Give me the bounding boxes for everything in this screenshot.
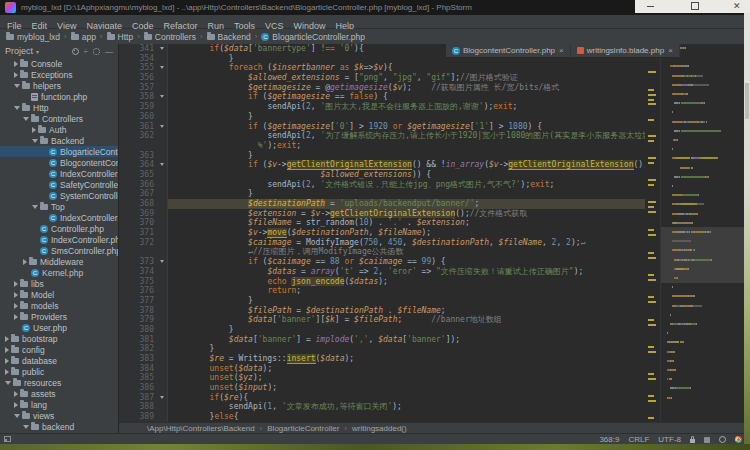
warning-mark[interactable] <box>648 274 654 276</box>
fold-arrow-icon[interactable] <box>160 260 164 263</box>
tree-item[interactable]: models <box>0 300 118 311</box>
tree-arrow-icon[interactable] <box>5 369 9 375</box>
tree-item[interactable]: SafetyController.php <box>0 179 118 190</box>
tree-arrow-icon[interactable] <box>32 139 38 143</box>
context-breadcrumb-item[interactable]: writingsadded() <box>352 424 407 433</box>
warning-mark[interactable] <box>648 157 656 159</box>
tree-item[interactable]: libs <box>0 278 118 289</box>
tree-item[interactable]: BlogarticleController.php <box>0 146 118 157</box>
line-number[interactable]: 371 <box>119 228 168 238</box>
tree-item[interactable]: SystemController.php <box>0 190 118 201</box>
tree-arrow-icon[interactable] <box>23 117 29 121</box>
tree-item[interactable]: Kernel.php <box>0 267 118 278</box>
line-number[interactable]: 385 <box>119 373 168 383</box>
line-number[interactable]: 368 <box>119 199 168 209</box>
tree-item[interactable]: IndexController.php <box>0 168 118 179</box>
breadcrumb-item[interactable]: Backend <box>207 32 251 42</box>
tree-arrow-icon[interactable] <box>32 127 36 133</box>
fold-arrow-icon[interactable] <box>160 47 164 50</box>
warning-mark[interactable] <box>648 229 654 231</box>
fold-arrow-icon[interactable] <box>160 125 164 128</box>
breadcrumb-item[interactable]: app <box>71 32 96 42</box>
line-number[interactable]: 376 <box>119 286 168 296</box>
tree-arrow-icon[interactable] <box>5 358 9 364</box>
warning-mark[interactable] <box>648 135 656 137</box>
tree-arrow-icon[interactable] <box>5 347 9 353</box>
locate-file-icon[interactable] <box>72 48 79 55</box>
tree-item[interactable]: Top <box>0 201 118 212</box>
tree-item[interactable]: lang <box>0 399 118 410</box>
tree-item[interactable]: BlogcontentController.php <box>0 157 118 168</box>
tree-arrow-icon[interactable] <box>14 391 18 397</box>
fold-arrow-icon[interactable] <box>160 163 164 166</box>
tree-arrow-icon[interactable] <box>14 84 20 88</box>
tree-item[interactable]: Controller.php <box>0 223 118 234</box>
line-number[interactable]: 357 <box>119 83 168 93</box>
tree-item[interactable]: User.php <box>0 322 118 333</box>
line-ending-indicator[interactable]: CRLF <box>628 435 649 444</box>
tab-close-icon[interactable]: × <box>559 46 564 55</box>
tree-item[interactable]: Console <box>0 58 118 69</box>
tree-arrow-icon[interactable] <box>23 425 29 429</box>
tree-item[interactable]: SmsController.php <box>0 245 118 256</box>
tree-item[interactable]: Controllers <box>0 113 118 124</box>
warning-mark[interactable] <box>648 400 656 402</box>
minimap-viewport[interactable] <box>661 227 744 283</box>
line-number[interactable]: 386 <box>119 383 168 393</box>
toolwindow-switcher-icon[interactable] <box>4 436 11 442</box>
editor-tab[interactable]: BlogcontentController.php× <box>446 44 571 57</box>
line-number[interactable]: 356 <box>119 73 168 83</box>
line-number[interactable]: 379 <box>119 315 168 325</box>
encoding-indicator[interactable]: UTF-8 <box>658 435 681 444</box>
line-number[interactable]: 364 <box>119 160 168 170</box>
line-number[interactable]: 374 <box>119 267 168 277</box>
fold-arrow-icon[interactable] <box>160 396 164 399</box>
warning-mark[interactable] <box>648 252 654 254</box>
minimap[interactable] <box>660 44 744 422</box>
error-stripe[interactable] <box>645 44 660 422</box>
line-number[interactable]: 366 <box>119 180 168 190</box>
line-number[interactable]: 389 <box>119 412 168 422</box>
breadcrumb-item[interactable]: BlogarticleController.php <box>261 32 365 42</box>
line-number[interactable]: 384 <box>119 364 168 374</box>
tree-item[interactable]: backend <box>0 421 118 432</box>
warning-mark[interactable] <box>648 417 654 419</box>
warning-mark[interactable] <box>648 71 656 73</box>
tree-item[interactable]: database <box>0 355 118 366</box>
tree-arrow-icon[interactable] <box>14 72 18 78</box>
project-panel-header[interactable]: Project ▾ ÷ — <box>0 44 118 58</box>
tree-arrow-icon[interactable] <box>14 61 18 67</box>
browser-icon[interactable] <box>735 436 742 443</box>
title-bar[interactable]: myblog_lxd [D:\1Aphpxiangmu\myblog_lxd] … <box>0 0 750 15</box>
tree-arrow-icon[interactable] <box>5 336 9 342</box>
warning-mark[interactable] <box>648 279 656 281</box>
breadcrumb-item[interactable]: Controllers <box>144 32 196 42</box>
tree-arrow-icon[interactable] <box>14 402 18 408</box>
line-number[interactable]: 377 <box>119 296 168 306</box>
line-number[interactable]: 382 <box>119 344 168 354</box>
warning-mark[interactable] <box>648 346 654 348</box>
warning-mark[interactable] <box>648 201 656 203</box>
line-number[interactable]: 373 <box>119 257 168 267</box>
maximize-icon[interactable] <box>691 2 699 10</box>
line-number[interactable]: 380 <box>119 325 168 335</box>
warning-mark[interactable] <box>648 257 656 259</box>
warning-mark[interactable] <box>648 179 656 181</box>
tree-arrow-icon[interactable] <box>14 314 18 320</box>
tab-close-icon[interactable]: × <box>668 46 673 55</box>
warning-mark[interactable] <box>648 211 656 213</box>
tree-item[interactable]: function.php <box>0 91 118 102</box>
warning-mark[interactable] <box>648 296 654 298</box>
tree-item[interactable]: config <box>0 344 118 355</box>
tree-item[interactable]: Providers <box>0 311 118 322</box>
tree-arrow-icon[interactable] <box>32 205 38 209</box>
tree-item[interactable]: Model <box>0 289 118 300</box>
line-number[interactable]: 363 <box>119 151 168 161</box>
line-number[interactable]: 388 <box>119 402 168 412</box>
lock-icon[interactable] <box>690 439 695 443</box>
warning-mark[interactable] <box>648 206 654 208</box>
inspections-icon[interactable] <box>704 437 710 443</box>
warning-mark[interactable] <box>648 395 654 397</box>
close-icon[interactable]: ✕ <box>733 0 741 12</box>
tree-item[interactable]: IndexController.php <box>0 212 118 223</box>
